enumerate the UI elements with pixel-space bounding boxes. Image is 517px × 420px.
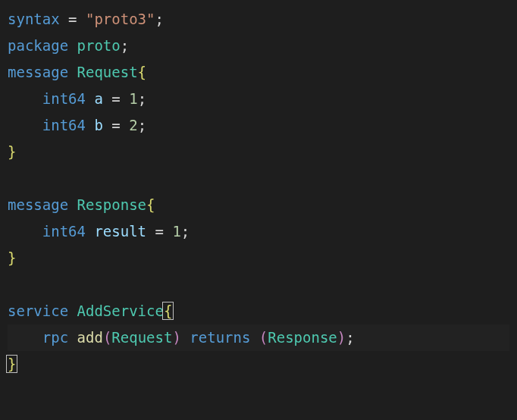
keyword-service: service (8, 302, 68, 319)
keyword-returns: returns (190, 329, 250, 346)
semicolon: ; (346, 329, 354, 346)
field-number: 1 (129, 90, 137, 107)
close-paren: ) (337, 329, 346, 346)
request-type: Request (111, 329, 172, 346)
message-name: Response (77, 196, 147, 213)
field-name: result (94, 223, 146, 240)
close-paren: ) (172, 329, 180, 346)
open-paren: ( (259, 329, 268, 346)
package-name: proto (77, 37, 121, 54)
string-literal: "proto3" (86, 11, 155, 27)
code-line-10[interactable]: } (8, 245, 509, 271)
close-brace: } (8, 249, 16, 266)
type-int64: int64 (42, 117, 86, 133)
open-brace: { (138, 64, 146, 80)
open-paren: ( (103, 329, 111, 346)
semicolon: ; (155, 11, 163, 27)
indent (8, 223, 42, 240)
equals: = (103, 117, 129, 133)
close-brace: } (8, 143, 16, 160)
code-line-11[interactable] (8, 271, 509, 298)
code-line-9[interactable]: int64 result = 1; (8, 218, 509, 245)
equals: = (60, 11, 86, 27)
code-line-4[interactable]: int64 a = 1; (8, 86, 509, 112)
code-line-7[interactable] (8, 165, 509, 192)
method-name: add (77, 329, 103, 346)
keyword-syntax: syntax (8, 11, 60, 27)
field-number: 2 (129, 117, 137, 133)
code-line-3[interactable]: message Request{ (8, 59, 509, 86)
space (68, 37, 77, 54)
equals: = (146, 223, 172, 240)
space (68, 64, 77, 80)
code-line-14[interactable]: } (8, 351, 509, 378)
semicolon: ; (181, 223, 190, 240)
code-line-2[interactable]: package proto; (8, 33, 509, 59)
code-line-8[interactable]: message Response{ (8, 192, 509, 218)
open-brace: { (146, 196, 155, 213)
service-name: AddService (77, 302, 164, 319)
code-editor[interactable]: syntax = "proto3"; package proto; messag… (8, 6, 509, 378)
indent (8, 90, 42, 107)
code-line-12[interactable]: service AddService{ (8, 298, 509, 324)
semicolon: ; (138, 90, 146, 107)
field-number: 1 (172, 223, 180, 240)
space (250, 329, 258, 346)
space (68, 196, 77, 213)
close-brace-cursor: } (6, 355, 17, 373)
field-name: b (94, 117, 102, 133)
space (86, 90, 94, 107)
keyword-package: package (8, 37, 68, 54)
message-name: Request (77, 64, 138, 80)
keyword-message: message (8, 196, 68, 213)
space (68, 329, 77, 346)
equals: = (103, 90, 129, 107)
space (68, 302, 77, 319)
code-line-13[interactable]: rpc add(Request) returns (Response); (8, 324, 509, 351)
response-type: Response (268, 329, 337, 346)
field-name: a (94, 90, 102, 107)
type-int64: int64 (42, 90, 86, 107)
indent (8, 117, 42, 133)
type-int64: int64 (42, 223, 86, 240)
code-line-5[interactable]: int64 b = 2; (8, 112, 509, 139)
indent (8, 329, 42, 346)
space (86, 117, 94, 133)
keyword-rpc: rpc (42, 329, 68, 346)
keyword-message: message (8, 64, 68, 80)
code-line-1[interactable]: syntax = "proto3"; (8, 6, 509, 33)
semicolon: ; (138, 117, 146, 133)
space (86, 223, 94, 240)
open-brace-cursor: { (162, 302, 174, 320)
space (181, 329, 190, 346)
code-line-6[interactable]: } (8, 139, 509, 165)
semicolon: ; (121, 37, 129, 54)
